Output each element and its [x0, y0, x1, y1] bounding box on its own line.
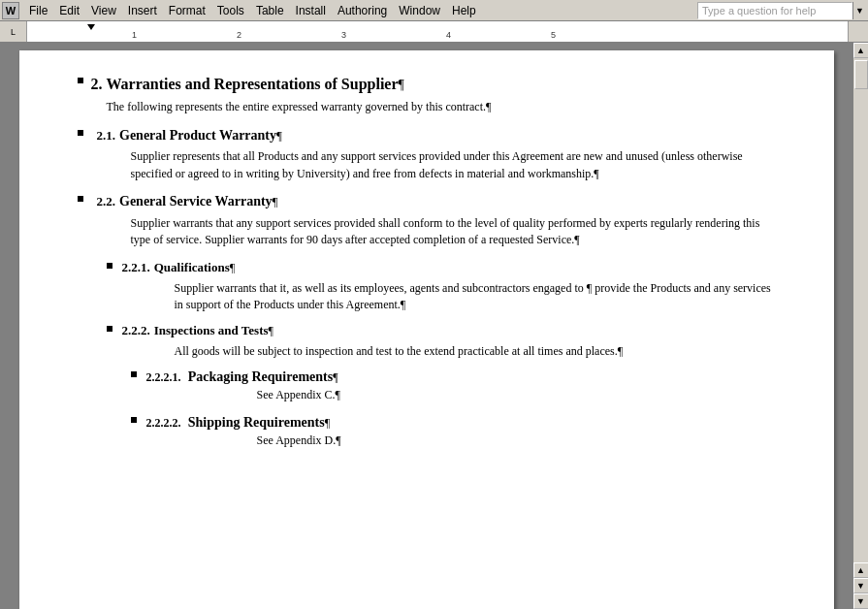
app-logo: W — [2, 2, 19, 19]
ruler-left-margin: L — [0, 21, 27, 42]
section-2221-pilcrow: ¶ — [333, 370, 338, 384]
ruler-tick-5: 5 — [551, 30, 556, 40]
menu-format[interactable]: Format — [163, 2, 211, 19]
section-21-heading: 2.1.General Product Warranty¶ — [97, 126, 776, 145]
section-2222-body: See Appendix D.¶ — [257, 433, 776, 449]
document-page: 2.Warranties and Representations of Supp… — [19, 50, 834, 609]
section-221-heading: 2.2.1.Qualifications¶ — [122, 259, 776, 276]
scroll-area[interactable]: 2.Warranties and Representations of Supp… — [0, 43, 852, 609]
section-221-number: 2.2.1. — [122, 260, 150, 274]
ruler-tick-1: 1 — [132, 30, 137, 40]
bullet-22 — [78, 196, 83, 202]
section-2222-pilcrow: ¶ — [325, 416, 330, 430]
section-221-pilcrow: ¶ — [230, 261, 235, 274]
ruler-margin-indicator: L — [11, 27, 16, 37]
section-2221-body: See Appendix C.¶ — [257, 387, 776, 403]
section-222-body: All goods will be subject to inspection … — [175, 343, 776, 360]
section-22-number: 2.2. — [97, 194, 116, 208]
scroll-up-btn[interactable]: ▲ — [853, 43, 869, 58]
scroll-thumb[interactable] — [854, 60, 868, 89]
section-2-heading: 2.Warranties and Representations of Supp… — [91, 74, 776, 95]
section-222-heading: 2.2.2.Inspections and Tests¶ — [122, 322, 776, 339]
section-22-body: Supplier warrants that any support servi… — [131, 215, 776, 249]
section-2221-row: 2.2.2.1. Packaging Requirements¶ — [131, 368, 776, 387]
scroll-area-btn-1[interactable]: ▲ — [853, 562, 869, 578]
menu-help[interactable]: Help — [446, 2, 482, 19]
section-21-title: General Product Warranty — [119, 128, 276, 143]
scroll-down-btn[interactable]: ▼ — [853, 593, 869, 609]
section-2-row: 2.Warranties and Representations of Supp… — [78, 74, 776, 95]
menu-install[interactable]: Install — [290, 2, 332, 19]
bullet-2222 — [131, 417, 137, 423]
help-dropdown-btn[interactable]: ▼ — [852, 2, 866, 19]
menu-tools[interactable]: Tools — [211, 2, 250, 19]
menu-window[interactable]: Window — [393, 2, 446, 19]
menu-insert[interactable]: Insert — [122, 2, 163, 19]
section-2-title: Warranties and Representations of Suppli… — [107, 76, 399, 92]
bullet-21 — [78, 130, 83, 136]
menu-file[interactable]: File — [23, 2, 53, 19]
doc-content: 2.Warranties and Representations of Supp… — [78, 74, 776, 449]
ruler-tick-4: 4 — [446, 30, 451, 40]
section-2-body: The following represents the entire expr… — [107, 99, 776, 115]
section-2222-row: 2.2.2.2. Shipping Requirements¶ — [131, 413, 776, 433]
menu-view[interactable]: View — [85, 2, 122, 19]
section-221-body: Supplier warrants that it, as well as it… — [175, 280, 776, 314]
section-22-pilcrow: ¶ — [273, 194, 278, 208]
section-2222-number: 2.2.2.2. — [146, 416, 181, 430]
bullet-2221 — [131, 371, 137, 377]
bullet-222 — [107, 326, 113, 332]
ruler-ticks-svg: // rendered via inline positions — [27, 21, 848, 42]
ruler-tick-2: 2 — [237, 30, 241, 40]
section-222-row: 2.2.2.Inspections and Tests¶ — [107, 322, 776, 339]
section-21-number: 2.1. — [97, 128, 116, 143]
main-area: 2.Warranties and Representations of Supp… — [0, 43, 868, 609]
section-2221-number: 2.2.2.1. — [146, 370, 181, 384]
scrollbar-vertical[interactable]: ▲ ▲ ▼ ▼ — [852, 43, 868, 609]
menubar: W File Edit View Insert Format Tools Tab… — [0, 0, 868, 21]
section-222-title: Inspections and Tests — [154, 323, 269, 337]
ruler-right-margin — [849, 21, 868, 42]
section-2-number: 2. — [91, 76, 103, 92]
help-search-input[interactable]: Type a question for help — [697, 2, 852, 19]
scroll-track[interactable] — [853, 58, 868, 562]
section-2221-title: Packaging Requirements — [188, 369, 333, 384]
section-2221-heading: 2.2.2.1. Packaging Requirements¶ — [146, 368, 776, 387]
section-21-body: Supplier represents that all Products an… — [131, 148, 776, 182]
menu-authoring[interactable]: Authoring — [332, 2, 393, 19]
menu-edit[interactable]: Edit — [53, 2, 85, 19]
ruler-indent-marker[interactable] — [87, 24, 95, 30]
section-2222-title: Shipping Requirements — [188, 415, 325, 430]
section-221-row: 2.2.1.Qualifications¶ — [107, 259, 776, 276]
section-21-row: 2.1.General Product Warranty¶ — [78, 126, 776, 145]
scroll-area-btn-2[interactable]: ▼ — [853, 578, 869, 593]
ruler: L 1 2 3 4 5 // rendered via inline posit… — [0, 21, 868, 43]
section-221-title: Qualifications — [154, 260, 230, 274]
menu-table[interactable]: Table — [250, 2, 290, 19]
ruler-tick-3: 3 — [341, 30, 346, 40]
section-222-number: 2.2.2. — [122, 323, 150, 337]
ruler-body: 1 2 3 4 5 // rendered via inline positio… — [27, 21, 849, 42]
bullet-2 — [78, 78, 83, 83]
section-22-heading: 2.2.General Service Warranty¶ — [97, 192, 776, 211]
section-22-title: General Service Warranty — [119, 194, 273, 208]
section-22-row: 2.2.General Service Warranty¶ — [78, 192, 776, 211]
section-222-pilcrow: ¶ — [269, 324, 273, 337]
section-2222-heading: 2.2.2.2. Shipping Requirements¶ — [146, 413, 776, 433]
bullet-221 — [107, 263, 113, 269]
section-2-pilcrow: ¶ — [399, 78, 404, 92]
section-21-pilcrow: ¶ — [276, 128, 282, 143]
